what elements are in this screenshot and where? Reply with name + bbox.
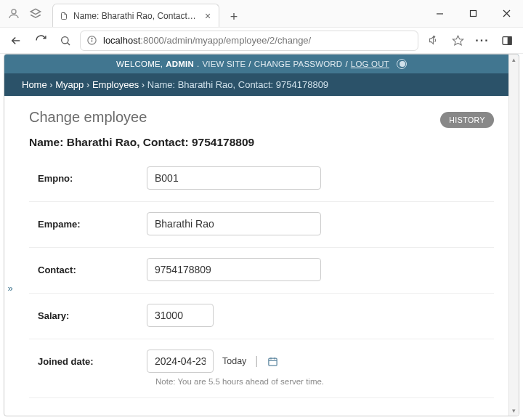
svg-line-6 [68,42,70,44]
search-button[interactable] [55,31,76,51]
breadcrumb-home[interactable]: Home [22,79,47,90]
scroll-up-icon[interactable]: ▴ [509,54,519,65]
window-maximize-button[interactable] [456,2,490,25]
page-viewport: ▴ ▾ WELCOME, ADMIN. VIEW SITE / CHANGE P… [4,54,519,416]
svg-point-0 [12,9,16,14]
joined-label: Joined date: [38,356,147,367]
breadcrumb-app[interactable]: Myapp [55,79,84,90]
field-row-empno: Empno: [29,156,494,202]
empno-label: Empno: [38,173,147,184]
submit-row: SAVE Save and add another Save and conti… [4,405,519,416]
more-icon[interactable]: ··· [472,31,492,51]
breadcrumb: Home › Myapp › Employees › Name: Bharath… [4,73,519,96]
browser-titlebar: Name: Bharathi Rao, Contact: 97… × + [0,0,523,28]
contact-label: Contact: [38,264,147,275]
timezone-note: Note: You are 5.5 hours ahead of server … [155,377,485,386]
new-tab-button[interactable]: + [224,7,244,27]
welcome-label: WELCOME, [116,60,163,68]
breadcrumb-model[interactable]: Employees [92,79,139,90]
change-password-link[interactable]: CHANGE PASSWORD [254,60,343,68]
field-row-salary: Salary: [29,294,494,339]
field-row-contact: Contact: [29,248,494,294]
svg-rect-13 [508,36,511,44]
svg-marker-11 [453,36,463,45]
window-minimize-button[interactable] [423,2,456,25]
profile-icon[interactable] [4,4,23,23]
theme-toggle-icon[interactable] [397,59,407,69]
logout-link[interactable]: LOG OUT [351,60,389,68]
empame-input[interactable] [147,212,321,235]
browser-tab-active[interactable]: Name: Bharathi Rao, Contact: 97… × [52,4,219,27]
svg-rect-14 [268,358,276,366]
workspaces-icon[interactable] [26,4,45,23]
tab-close-icon[interactable]: × [203,11,213,21]
joined-input[interactable] [147,350,214,373]
salary-input[interactable] [147,304,214,327]
back-button[interactable] [6,31,26,51]
breadcrumb-current: Name: Bharathi Rao, Contact: 9754178809 [147,79,328,90]
nav-expand-icon[interactable]: » [4,280,16,296]
view-site-link[interactable]: VIEW SITE [202,60,246,68]
tab-title: Name: Bharathi Rao, Contact: 97… [73,11,198,21]
favorite-icon[interactable] [447,31,468,51]
svg-rect-2 [470,11,476,17]
today-link[interactable]: Today [222,356,246,366]
field-row-joined: Joined date: Today | Note: You are 5.5 h… [29,339,494,398]
window-close-button[interactable] [490,2,523,25]
field-row-empame: Empame: [29,202,494,248]
salary-label: Salary: [38,310,147,321]
empame-label: Empame: [38,219,147,230]
sidebar-toggle-icon[interactable] [497,31,517,51]
page-title: Change employee [29,109,494,126]
username: ADMIN [166,60,194,68]
admin-userbar: WELCOME, ADMIN. VIEW SITE / CHANGE PASSW… [4,54,519,73]
svg-text:»: » [433,35,435,39]
history-button[interactable]: HISTORY [440,112,494,128]
empno-input[interactable] [147,166,321,190]
contact-input[interactable] [147,258,321,281]
object-title: Name: Bharathi Rao, Contact: 9754178809 [29,136,494,149]
site-info-icon[interactable] [86,35,97,46]
url-text: localhost:8000/admin/myapp/employee/2/ch… [103,35,311,46]
svg-point-9 [92,38,92,39]
scroll-down-icon[interactable]: ▾ [509,405,519,416]
calendar-icon[interactable] [267,356,278,367]
browser-toolbar: localhost:8000/admin/myapp/employee/2/ch… [0,28,523,54]
svg-point-5 [62,36,68,43]
page-favicon-icon [59,11,69,21]
refresh-button[interactable] [31,31,51,51]
url-bar[interactable]: localhost:8000/admin/myapp/employee/2/ch… [80,31,418,51]
read-aloud-icon[interactable]: » [423,31,443,51]
